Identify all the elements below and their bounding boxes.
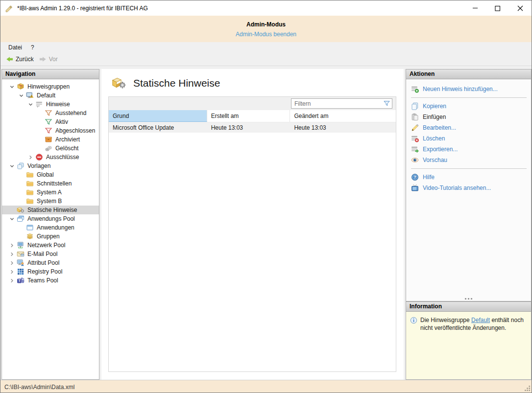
nav-item-anwendungen[interactable]: Anwendungen [2, 223, 99, 232]
column-header-grund[interactable]: Grund [109, 110, 207, 122]
navigation-header: Navigation [2, 69, 99, 79]
admin-mode-exit-link[interactable]: Admin-Modus beenden [236, 31, 296, 38]
table-row[interactable]: Microsoft Office Update Heute 13:03 Heut… [109, 122, 396, 133]
nav-item-hinweisgruppen[interactable]: Hinweisgruppen [2, 82, 99, 91]
action-help[interactable]: Hilfe [411, 172, 531, 183]
nav-item-aktiv[interactable]: Aktiv [2, 117, 99, 126]
preview-eye-icon [411, 156, 419, 164]
nav-item-label: Schnittstellen [37, 180, 72, 187]
copy-icon [411, 102, 419, 110]
nav-item-email-pool[interactable]: E-Mail Pool [2, 250, 99, 258]
folder-icon [26, 188, 35, 196]
chevron-right-icon[interactable] [7, 278, 17, 283]
nav-item-teams-pool[interactable]: Teams Pool [2, 276, 99, 285]
nav-item-gruppen[interactable]: Gruppen [2, 232, 99, 241]
nav-item-label: Vorlagen [27, 162, 50, 169]
chevron-down-icon[interactable] [7, 217, 17, 221]
chevron-down-icon[interactable] [7, 164, 17, 168]
chevron-down-icon[interactable] [16, 93, 26, 98]
nav-item-registry-pool[interactable]: Registry Pool [2, 267, 99, 276]
nav-item-statische-hinweise[interactable]: Statische Hinweise [2, 206, 99, 214]
status-bar: C:\IBI-aws\Admin\Data.xml [0, 380, 532, 393]
info-default-link[interactable]: Default [471, 317, 490, 324]
templates-icon [17, 162, 25, 170]
action-edit[interactable]: Bearbeiten... [411, 122, 531, 133]
chevron-right-icon[interactable] [7, 243, 17, 248]
action-preview[interactable]: Vorschau [411, 155, 531, 165]
action-label: Video-Tutorials ansehen... [423, 185, 491, 191]
edit-icon [411, 124, 419, 132]
chevron-right-icon[interactable] [7, 261, 17, 265]
panel-splitter-handle[interactable] [406, 298, 531, 300]
maximize-button[interactable] [486, 0, 509, 16]
table-header: Grund Erstellt am Geändert am [109, 110, 396, 122]
nav-item-label: Attribut Pool [27, 259, 59, 266]
nav-item-schnittstellen[interactable]: Schnittstellen [2, 179, 99, 188]
action-add-note[interactable]: Neuen Hinweis hinzufügen... [411, 84, 531, 94]
nav-item-abgeschlossen[interactable]: Abgeschlossen [2, 126, 99, 135]
static-notes-icon [17, 206, 25, 214]
static-notes-icon [112, 76, 126, 91]
nav-item-ausschluesse[interactable]: Ausschlüsse [2, 153, 99, 162]
nav-item-attribut-pool[interactable]: Attribut Pool [2, 258, 99, 267]
info-text-before: Die Hinweisgruppe [420, 317, 471, 324]
nav-item-default[interactable]: Default [2, 91, 99, 100]
action-paste[interactable]: Einfügen [411, 112, 531, 122]
close-button[interactable] [509, 0, 532, 16]
nav-item-ausstehend[interactable]: Ausstehend [2, 109, 99, 117]
action-copy[interactable]: Kopieren [411, 101, 531, 112]
nav-item-label: Ausschlüsse [46, 154, 79, 161]
folder-icon [26, 197, 35, 205]
action-label: Hilfe [423, 174, 435, 181]
back-arrow-icon [5, 56, 14, 63]
window-title: *IBI-aws Admin 1.29.0 - registriert für … [17, 5, 148, 12]
resize-grip[interactable] [524, 385, 531, 392]
nav-item-label: Default [37, 92, 55, 99]
actions-panel: Aktionen Neuen Hinweis hinzufügen... Kop… [406, 69, 532, 301]
nav-item-netzwerk-pool[interactable]: Netzwerk Pool [2, 241, 99, 250]
chevron-down-icon[interactable] [7, 85, 17, 89]
forward-arrow-icon [39, 56, 47, 63]
minimize-icon [473, 5, 478, 11]
forward-button[interactable]: Vor [36, 55, 60, 64]
nav-item-vorlagen[interactable]: Vorlagen [2, 162, 99, 170]
chevron-right-icon[interactable] [7, 252, 17, 256]
nav-item-system-a[interactable]: System A [2, 188, 99, 197]
action-delete[interactable]: Löschen [411, 133, 531, 144]
menu-datei[interactable]: Datei [4, 43, 26, 52]
nav-item-label: Archiviert [55, 136, 80, 143]
chevron-right-icon[interactable] [7, 270, 17, 274]
minimize-button[interactable] [464, 0, 486, 16]
column-header-geaendert-am[interactable]: Geändert am [290, 110, 396, 122]
page-title: Statische Hinweise [133, 77, 220, 89]
nav-item-global[interactable]: Global [2, 170, 99, 179]
filter-input[interactable] [291, 98, 392, 109]
application-icon [26, 224, 35, 231]
nav-item-geloescht[interactable]: Gelöscht [2, 144, 99, 153]
nav-item-label: Netzwerk Pool [27, 242, 65, 249]
nav-item-anwendungs-pool[interactable]: Anwendungs Pool [2, 214, 99, 223]
action-label: Bearbeiten... [423, 124, 456, 131]
column-header-erstellt-am[interactable]: Erstellt am [207, 110, 290, 122]
chevron-right-icon[interactable] [25, 155, 35, 160]
nav-item-label: Global [37, 171, 54, 178]
notes-icon [35, 100, 44, 108]
nav-item-label: Anwendungs Pool [27, 215, 75, 222]
groups-icon [26, 232, 35, 240]
nav-item-system-b[interactable]: System B [2, 197, 99, 206]
menu-help[interactable]: ? [26, 43, 39, 52]
filter-funnel-icon[interactable] [383, 100, 390, 107]
chevron-down-icon[interactable] [25, 102, 35, 107]
nav-item-label: Hinweise [46, 101, 70, 108]
action-export[interactable]: Exportieren... [411, 144, 531, 155]
action-label: Kopieren [423, 103, 446, 110]
action-video-tutorials[interactable]: Video-Tutorials ansehen... [411, 183, 531, 193]
close-icon [517, 5, 523, 11]
back-button[interactable]: Zurück [3, 55, 36, 64]
information-header: Information [406, 302, 531, 312]
action-label: Löschen [423, 135, 445, 142]
nav-item-archiviert[interactable]: Archiviert [2, 135, 99, 144]
notice-groups-icon [17, 83, 25, 91]
app-window: *IBI-aws Admin 1.29.0 - registriert für … [0, 0, 532, 393]
nav-item-hinweise[interactable]: Hinweise [2, 100, 99, 109]
